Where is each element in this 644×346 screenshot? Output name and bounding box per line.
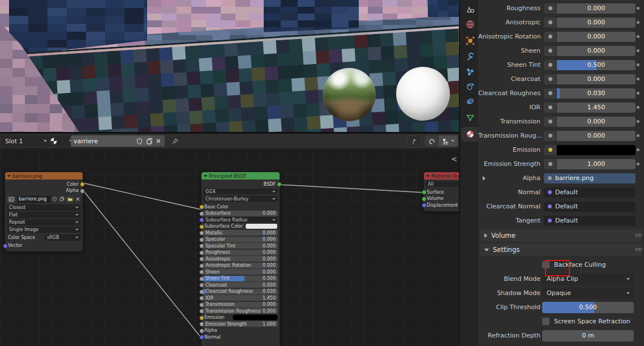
node-slider[interactable]: Anisotropic0.000 bbox=[203, 256, 278, 262]
node-slider[interactable]: Roughness0.000 bbox=[203, 250, 278, 255]
closest-dropdown[interactable]: Closest bbox=[7, 204, 81, 211]
shadow-mode-dropdown[interactable]: Opaque bbox=[542, 288, 634, 299]
keyframe-dot[interactable] bbox=[637, 49, 639, 52]
principled-node-header[interactable]: Principled BSDF bbox=[201, 172, 280, 180]
socket-decorator[interactable] bbox=[544, 74, 557, 84]
panel-header-settings[interactable]: Settings bbox=[480, 244, 642, 256]
properties-tab-object-data[interactable] bbox=[461, 110, 479, 125]
collapse-triangle-icon[interactable] bbox=[426, 175, 430, 177]
socket-decorator[interactable] bbox=[544, 102, 557, 113]
socket-decorator[interactable] bbox=[544, 3, 557, 14]
open-folder-icon[interactable] bbox=[66, 196, 74, 203]
output-target-dropdown[interactable]: All bbox=[426, 181, 459, 187]
color-swatch[interactable] bbox=[245, 223, 278, 229]
node-dropdown[interactable]: Subsurface Radius bbox=[203, 217, 278, 223]
value-slider[interactable]: 0.500 bbox=[544, 60, 636, 70]
socket-decorator[interactable] bbox=[544, 32, 557, 42]
fake-user-shield-icon[interactable] bbox=[51, 194, 58, 204]
node-slider[interactable]: Transmission0.000 bbox=[203, 302, 278, 307]
slot-dropdown[interactable]: Slot 1 bbox=[1, 135, 51, 147]
alpha-socket[interactable] bbox=[80, 189, 85, 194]
value-slider[interactable]: 0.000 bbox=[544, 74, 636, 84]
material-name-field[interactable]: varriere bbox=[71, 135, 157, 147]
socket-decorator[interactable] bbox=[544, 117, 557, 127]
default-input-field[interactable]: Default bbox=[544, 187, 636, 198]
node-editor[interactable]: barriere.png ColorAlpha barriere.png Clo… bbox=[0, 149, 459, 346]
value-slider[interactable]: 0.000 bbox=[544, 32, 636, 42]
snap-target-dropdown[interactable] bbox=[439, 135, 458, 147]
node-slider[interactable]: Transmission Roughness0.000 bbox=[203, 308, 278, 314]
node-slider[interactable]: Anisotropic Rotation0.000 bbox=[203, 263, 278, 268]
value-slider[interactable]: 1.000 bbox=[544, 159, 636, 169]
node-slider[interactable]: Clearcoat0.000 bbox=[203, 282, 278, 288]
single-image-dropdown[interactable]: Single Image bbox=[7, 227, 81, 233]
keyframe-dot[interactable] bbox=[637, 163, 639, 165]
default-input-field[interactable]: Default bbox=[544, 216, 636, 226]
keyframe-dot[interactable] bbox=[637, 120, 639, 123]
value-slider[interactable]: 0.000 bbox=[544, 18, 636, 28]
property-value[interactable]: 0.500 bbox=[557, 60, 636, 70]
panel-drag-grip[interactable] bbox=[636, 248, 637, 249]
keyframe-dot[interactable] bbox=[637, 134, 639, 137]
keyframe-dot[interactable] bbox=[637, 7, 639, 10]
socket-decorator[interactable] bbox=[544, 159, 557, 169]
socket-decorator[interactable] bbox=[544, 88, 557, 99]
node-slider[interactable]: Clearcoat Roughness0.030 bbox=[203, 289, 278, 294]
keyframe-dot[interactable] bbox=[637, 63, 639, 66]
image-name-field[interactable]: barriere.png bbox=[17, 196, 50, 203]
subsurface-method-dropdown[interactable]: Christensen-Burley bbox=[203, 196, 278, 202]
color-socket[interactable] bbox=[80, 182, 85, 187]
socket-decorator[interactable] bbox=[544, 46, 557, 56]
node-slider[interactable]: Sheen Tint0.500 bbox=[203, 276, 278, 281]
property-value[interactable]: 0.000 bbox=[557, 32, 636, 42]
image-browse-icon[interactable] bbox=[7, 196, 16, 203]
panel-drag-grip[interactable] bbox=[636, 234, 637, 235]
property-value[interactable]: 0.000 bbox=[557, 3, 636, 14]
subsurface-color-socket[interactable] bbox=[199, 224, 204, 229]
copy-icon[interactable] bbox=[59, 194, 65, 204]
collapse-triangle-icon[interactable] bbox=[7, 175, 11, 177]
socket-decorator[interactable] bbox=[544, 60, 557, 70]
property-value[interactable]: 1.450 bbox=[557, 102, 636, 113]
color-swatch[interactable] bbox=[544, 145, 636, 155]
panel-header-volume[interactable]: Volume bbox=[480, 229, 642, 242]
properties-tab-modifiers[interactable] bbox=[461, 50, 479, 65]
property-value[interactable]: 0.000 bbox=[557, 117, 636, 127]
value-slider[interactable]: 0.000 bbox=[544, 3, 636, 14]
keyframe-dot[interactable] bbox=[637, 106, 639, 109]
property-value[interactable]: 0.000 bbox=[557, 131, 636, 141]
snapping-magnet-button[interactable] bbox=[424, 135, 438, 147]
clip-threshold-slider[interactable]: 0.500 bbox=[542, 302, 634, 313]
collapse-triangle-icon[interactable] bbox=[204, 175, 207, 177]
material-output-node-header[interactable]: Material Output bbox=[424, 172, 459, 180]
property-value[interactable]: 0.030 bbox=[557, 88, 636, 99]
properties-tab-world[interactable] bbox=[461, 17, 479, 32]
image-texture-node[interactable]: barriere.png ColorAlpha barriere.png Clo… bbox=[5, 172, 83, 252]
vector-socket[interactable] bbox=[3, 244, 8, 249]
node-slider[interactable]: Specular Tint0.000 bbox=[203, 243, 278, 249]
property-value[interactable] bbox=[557, 145, 636, 155]
material-output-node[interactable]: Material Output All Surface Volume Displ… bbox=[423, 172, 459, 212]
properties-tab-physics[interactable] bbox=[461, 79, 479, 94]
bsdf-socket[interactable] bbox=[277, 182, 282, 187]
node-slider[interactable]: Emission Strength1.000 bbox=[203, 321, 278, 327]
properties-tab-particles[interactable] bbox=[461, 65, 479, 79]
emission-socket[interactable] bbox=[199, 315, 204, 321]
node-slider[interactable]: Subsurface0.000 bbox=[203, 211, 278, 216]
refraction-depth-slider[interactable]: 0 m bbox=[542, 330, 634, 341]
pin-icon[interactable] bbox=[170, 136, 180, 147]
property-value[interactable]: 0.000 bbox=[557, 18, 636, 28]
node-slider[interactable]: Sheen0.000 bbox=[203, 269, 278, 275]
viewport-3d[interactable] bbox=[0, 0, 459, 132]
color-swatch[interactable] bbox=[233, 314, 278, 321]
properties-tab-constraints[interactable] bbox=[461, 94, 479, 109]
property-value[interactable]: 0.000 bbox=[557, 46, 636, 56]
image-texture-node-header[interactable]: barriere.png bbox=[5, 172, 83, 180]
keyframe-dot[interactable] bbox=[637, 148, 639, 151]
screen-space-refraction-checkbox[interactable] bbox=[542, 318, 549, 325]
colorspace-dropdown[interactable]: sRGB bbox=[45, 234, 81, 241]
keyframe-dot[interactable] bbox=[637, 92, 639, 95]
close-icon[interactable] bbox=[75, 194, 81, 204]
flat-dropdown[interactable]: Flat bbox=[7, 212, 81, 218]
value-slider[interactable]: 0.000 bbox=[544, 117, 636, 127]
